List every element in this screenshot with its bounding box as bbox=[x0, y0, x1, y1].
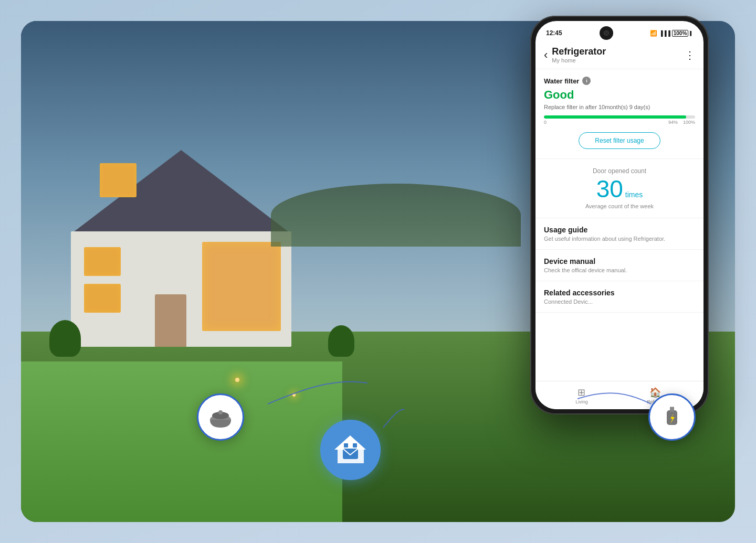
filter-status: Good bbox=[544, 88, 695, 102]
water-filter-label: Water filter bbox=[544, 77, 579, 85]
related-accessories-desc: Connected Devic... bbox=[544, 299, 695, 305]
filter-replace-text: Replace filter in after 10month(s) 9 day… bbox=[544, 104, 695, 110]
water-filter-title-row: Water filter i bbox=[544, 77, 695, 85]
app-header: ‹ Refrigerator My home ⋮ bbox=[536, 43, 704, 69]
window-left-top bbox=[84, 247, 121, 276]
lawn bbox=[21, 361, 342, 522]
svg-rect-10 bbox=[672, 407, 674, 412]
device-manual-desc: Check the offical device manual. bbox=[544, 267, 695, 273]
fridge-icon: 🏠 bbox=[649, 387, 661, 398]
filter-bar-fill bbox=[544, 115, 686, 119]
outdoor-light-1 bbox=[235, 378, 239, 382]
floating-power-plug bbox=[648, 393, 696, 441]
filter-progress-bar: 0 94% 100% bbox=[544, 115, 695, 125]
svg-rect-9 bbox=[670, 407, 672, 412]
door-count-section: Door opened count 30 times Average count… bbox=[536, 159, 704, 218]
bush-right bbox=[328, 325, 354, 357]
camera-dot bbox=[604, 30, 609, 36]
water-filter-section: Water filter i Good Replace filter in af… bbox=[536, 69, 704, 159]
battery-icon: 100% bbox=[672, 30, 689, 37]
door-count-label: Door opened count bbox=[544, 167, 695, 175]
power-plug-icon bbox=[659, 404, 685, 430]
smart-home-icon bbox=[333, 433, 368, 467]
door-count-unit: times bbox=[625, 190, 643, 199]
svg-point-2 bbox=[218, 410, 223, 414]
bush-left bbox=[49, 320, 81, 357]
app-content: Water filter i Good Replace filter in af… bbox=[536, 69, 704, 405]
header-subtitle: My home bbox=[552, 57, 606, 63]
usage-guide-title: Usage guide bbox=[544, 226, 695, 234]
window-right-large bbox=[202, 242, 281, 331]
nav-label-living: Living bbox=[575, 399, 588, 404]
roof-window bbox=[100, 163, 136, 197]
door-count-number: 30 bbox=[596, 177, 623, 201]
door-count-number-row: 30 times bbox=[544, 177, 695, 201]
back-button[interactable]: ‹ bbox=[544, 48, 548, 62]
status-bar: 12:45 ︎📶 ▐▐▐ 100% ▌ bbox=[536, 21, 704, 43]
bar-label-start: 0 bbox=[544, 120, 547, 125]
battery-end: ▌ bbox=[690, 31, 693, 36]
camera-notch bbox=[600, 26, 613, 40]
status-icons: ︎📶 ▐▐▐ 100% ▌ bbox=[650, 30, 693, 37]
svg-rect-6 bbox=[344, 443, 348, 448]
related-accessories-section[interactable]: Related accessories Connected Devic... bbox=[536, 281, 704, 313]
status-time: 12:45 bbox=[546, 29, 562, 37]
reset-filter-button[interactable]: Reset filter usage bbox=[579, 132, 660, 149]
device-manual-title: Device manual bbox=[544, 257, 695, 265]
wifi-icon: ︎📶 bbox=[650, 30, 657, 37]
food-bowl-icon bbox=[207, 404, 234, 430]
door bbox=[155, 294, 186, 347]
phone-frame: 12:45 ︎📶 ▐▐▐ 100% ▌ ‹ Refrigerator bbox=[530, 16, 709, 414]
device-manual-section[interactable]: Device manual Check the offical device m… bbox=[536, 250, 704, 281]
filter-bar-labels: 0 94% 100% bbox=[544, 120, 695, 125]
filter-bar-track bbox=[544, 115, 695, 119]
window-left-bottom bbox=[84, 284, 121, 313]
usage-guide-desc: Get useful information about using Refri… bbox=[544, 236, 695, 242]
usage-guide-section[interactable]: Usage guide Get useful information about… bbox=[536, 218, 704, 250]
header-title-block: Refrigerator My home bbox=[552, 46, 606, 63]
related-accessories-title: Related accessories bbox=[544, 289, 695, 297]
bar-label-end: 94% 100% bbox=[668, 120, 695, 125]
svg-rect-7 bbox=[353, 443, 357, 448]
nav-item-grid[interactable]: ⊞ Living bbox=[575, 387, 588, 404]
signal-bars: ▐▐▐ bbox=[659, 30, 670, 36]
floating-food-bowl bbox=[197, 393, 244, 441]
house bbox=[71, 231, 291, 347]
svg-marker-4 bbox=[334, 435, 366, 450]
phone-screen: 12:45 ︎📶 ▐▐▐ 100% ▌ ‹ Refrigerator bbox=[536, 21, 704, 409]
info-icon[interactable]: i bbox=[582, 77, 591, 85]
header-title: Refrigerator bbox=[552, 46, 606, 57]
header-left: ‹ Refrigerator My home bbox=[544, 46, 606, 63]
floating-smart-home bbox=[320, 420, 381, 480]
house-body bbox=[71, 231, 291, 347]
reset-button-wrap: Reset filter usage bbox=[544, 127, 695, 151]
grid-icon: ⊞ bbox=[578, 387, 585, 398]
hills bbox=[271, 184, 521, 247]
more-menu-button[interactable]: ⋮ bbox=[685, 49, 695, 61]
door-count-avg: Average count of the week bbox=[544, 203, 695, 209]
